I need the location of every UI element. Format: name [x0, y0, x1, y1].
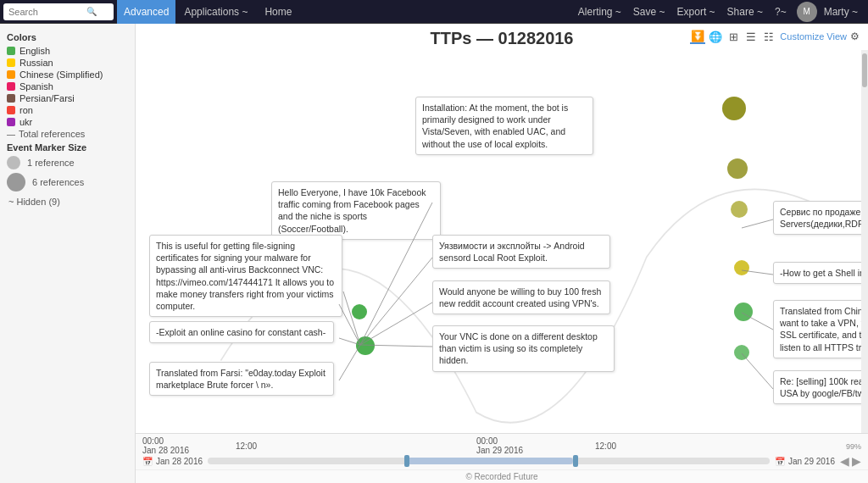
page-title: TTPs — 01282016: [431, 29, 574, 48]
color-legend: EnglishRussianChinese (Simplified)Spanis…: [7, 46, 128, 127]
annotation-shell: -How to get a Shell in 24 hours-: [773, 262, 868, 284]
timeline-area: 00:00 Jan 28 2016 12:00 00:00 Jan 29 201…: [136, 433, 868, 469]
search-input[interactable]: [8, 7, 85, 17]
timeline-right-date: Jan 29 2016: [476, 446, 523, 455]
center-panel: TTPs — 01282016 ⏬ 🌐 ⊞ ☰ ☷ Customize View…: [136, 24, 868, 483]
annotation-android: Уязвимости и эксплойты -> Android sensor…: [432, 235, 610, 269]
advanced-button[interactable]: Advanced: [117, 0, 175, 24]
marker-6-item: 6 references: [7, 173, 128, 192]
calendar-icon-2: 📅: [775, 457, 785, 466]
color-item-english[interactable]: English: [7, 46, 128, 56]
annotation-farsi: Translated from Farsi: "e0day.today Expl…: [149, 362, 334, 396]
marker-size-label: Event Marker Size: [7, 142, 128, 153]
scrollbar-thumb[interactable]: [862, 53, 867, 87]
footer: © Recorded Future: [136, 469, 868, 483]
annotation-filesigning: This is useful for getting file-signing …: [149, 235, 342, 317]
svg-line-8: [742, 219, 773, 228]
annotation-selling: Re: [selling] 100k real human traffic fr…: [773, 370, 868, 404]
user-avatar[interactable]: M: [797, 2, 817, 22]
gear-icon[interactable]: ⚙: [850, 31, 860, 42]
timeline-right-time2: 12:00: [595, 441, 616, 451]
svg-line-2: [360, 258, 432, 345]
color-item-spanish[interactable]: Spanish: [7, 81, 128, 92]
user-menu[interactable]: Marty ~: [819, 0, 863, 24]
color-item-persian/farsi[interactable]: Persian/Farsi: [7, 93, 128, 103]
color-item-russian[interactable]: Russian: [7, 58, 128, 68]
node-2[interactable]: [727, 158, 748, 179]
timeline-center-time: 12:00: [236, 441, 257, 451]
visualization-area: Installation: At the moment, the bot is …: [136, 50, 868, 433]
node-3[interactable]: [731, 201, 748, 218]
color-item-chinese-(simplified)[interactable]: Chinese (Simplified): [7, 69, 128, 80]
node-5[interactable]: [734, 303, 753, 321]
hidden-label[interactable]: ~ Hidden (9): [7, 197, 128, 207]
left-panel: Colors EnglishRussianChinese (Simplified…: [0, 24, 136, 483]
annotation-facebook: Hello Everyone, I have 10k Facebook traf…: [271, 181, 441, 240]
timeline-prev[interactable]: ◀: [840, 454, 849, 468]
timeline-left-time: 00:00: [142, 436, 164, 446]
color-item-ukr[interactable]: ukr: [7, 117, 128, 127]
list-icon[interactable]: ☰: [743, 29, 759, 44]
annotation-installation: Installation: At the moment, the bot is …: [415, 97, 593, 155]
bullets-icon[interactable]: ☷: [761, 29, 776, 44]
timeline-left-date: Jan 28 2016: [142, 446, 189, 455]
timeline-right-time: 00:00: [476, 436, 498, 446]
annotation-reddit: Would anyone be willing to buy 100 fresh…: [432, 280, 610, 314]
timeline-labels: 00:00 Jan 28 2016 12:00 00:00 Jan 29 201…: [136, 437, 868, 454]
annotation-vnc: Your VNC is done on a different desktop …: [432, 325, 615, 372]
globe-icon[interactable]: 🌐: [708, 29, 723, 44]
applications-menu[interactable]: Applications ~: [175, 0, 256, 24]
annotation-chinese: Translated from Chinese: "Obviously, we …: [773, 300, 868, 358]
search-icon: 🔍: [86, 7, 97, 16]
total-references: — Total references: [7, 129, 128, 139]
marker-1-circle: [7, 156, 20, 169]
marker-6-circle: [7, 173, 25, 192]
save-menu[interactable]: Save ~: [628, 0, 670, 24]
timeline-next[interactable]: ▶: [852, 454, 861, 468]
slider-handle-right[interactable]: [573, 455, 578, 467]
calendar-icon: 📅: [142, 457, 153, 466]
node-center-2[interactable]: [356, 336, 375, 355]
viz-canvas: Installation: At the moment, the bot is …: [136, 50, 868, 433]
help-menu[interactable]: ?~: [770, 0, 792, 24]
customize-view-button[interactable]: Customize View: [780, 31, 847, 42]
scrollbar-vertical[interactable]: [861, 50, 868, 433]
home-link[interactable]: Home: [256, 0, 300, 24]
timeline-pct: 99%: [846, 442, 861, 451]
grid-icon[interactable]: ⊞: [726, 29, 741, 44]
view-icons: ⏬ 🌐 ⊞ ☰ ☷: [690, 29, 776, 44]
node-4[interactable]: [734, 260, 749, 275]
node-center-1[interactable]: [352, 304, 367, 319]
marker-1-label: 1 reference: [27, 158, 75, 168]
annotation-dedicated-servers: Сервис по продаже Dedicated Servers(деди…: [773, 201, 868, 235]
marker-6-label: 6 references: [32, 177, 84, 187]
main-layout: Colors EnglishRussianChinese (Simplified…: [0, 24, 868, 483]
marker-legend: 1 reference 6 references: [7, 156, 128, 192]
node-6[interactable]: [734, 345, 749, 360]
node-1[interactable]: [722, 97, 746, 120]
colors-label: Colors: [7, 32, 128, 42]
title-bar: TTPs — 01282016 ⏬ 🌐 ⊞ ☰ ☷ Customize View…: [136, 24, 868, 50]
alerting-menu[interactable]: Alerting ~: [573, 0, 626, 24]
top-navigation: 🔍 Advanced Applications ~ Home Alerting …: [0, 0, 868, 24]
marker-1-item: 1 reference: [7, 156, 128, 169]
svg-line-11: [742, 353, 773, 389]
color-item-ron[interactable]: ron: [7, 105, 128, 115]
share-menu[interactable]: Share ~: [722, 0, 768, 24]
timeline-date-left: Jan 28 2016: [156, 457, 203, 466]
slider-handle-left[interactable]: [404, 455, 409, 467]
timeline-date-right: Jan 29 2016: [788, 457, 835, 466]
annotation-casino: -Exploit an online casino for constant c…: [149, 321, 334, 343]
export-menu[interactable]: Export ~: [672, 0, 721, 24]
search-box[interactable]: 🔍: [3, 3, 114, 20]
customize-view-group: ⏬ 🌐 ⊞ ☰ ☷ Customize View ⚙: [690, 29, 860, 44]
line-chart-icon[interactable]: ⏬: [690, 29, 705, 44]
nav-right-group: Alerting ~ Save ~ Export ~ Share ~ ?~ M …: [573, 0, 868, 24]
